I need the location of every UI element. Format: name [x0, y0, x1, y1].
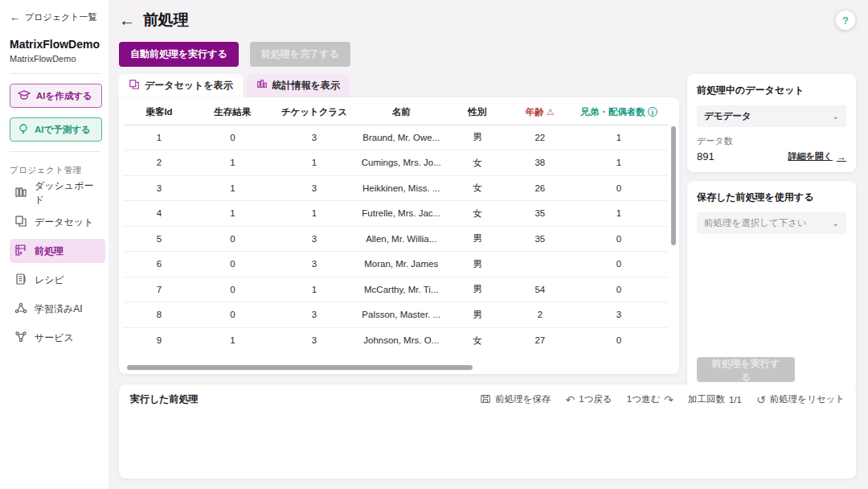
main-area: ← 前処理 ? 自動前処理を実行する 前処理を完了する データセットを表示 [108, 0, 868, 489]
sidebar-section-label: プロジェクト管理 [10, 165, 102, 176]
tab-show-stats[interactable]: 統計情報を表示 [247, 74, 350, 97]
table-cell: 女 [444, 201, 510, 227]
table-row: 103Braund, Mr. Owe...男221 [124, 125, 668, 150]
redo-button[interactable]: 1つ進む ↷ [627, 393, 674, 405]
table-cell: 0 [194, 226, 271, 252]
tab-label: 統計情報を表示 [272, 79, 340, 92]
create-ai-label: AIを作成する [36, 90, 92, 102]
service-icon [14, 331, 27, 346]
table-cell: 1 [194, 327, 271, 353]
current-dataset-title: 前処理中のデータセット [697, 84, 846, 97]
col-siblings-spouses: 兄弟・配偶者数i [570, 101, 668, 125]
table-cell: 4 [124, 201, 194, 227]
tab-label: データセットを表示 [145, 79, 233, 92]
table-cell: Moran, Mr. James [358, 252, 444, 277]
project-list-back-link[interactable]: ← プロジェクト一覧 [10, 11, 102, 23]
process-count: 加工回数 1/1 [688, 393, 742, 405]
table-cell: 0 [194, 125, 271, 150]
divider [10, 151, 100, 152]
sidebar-item-label: レシピ [35, 273, 64, 287]
table-cell: 1 [271, 201, 358, 227]
col-name: 名前 [358, 101, 444, 125]
process-count-value: 1/1 [729, 395, 742, 405]
table-cell: 3 [271, 252, 358, 277]
table-cell: 0 [194, 252, 271, 277]
data-count-label: データ数 [697, 135, 846, 147]
table-cell: 35 [510, 201, 570, 227]
table-cell: 3 [124, 175, 194, 201]
sidebar-item-trained-ai[interactable]: 学習済みAI [10, 297, 105, 321]
table-cell: 9 [124, 327, 194, 353]
predict-ai-button[interactable]: AIで予測する [10, 117, 102, 142]
table-cell: 3 [271, 175, 358, 201]
table-cell: 3 [271, 226, 358, 252]
table-cell: 男 [444, 277, 510, 302]
divider [10, 73, 100, 74]
table-cell: 2 [510, 302, 570, 328]
table-cell: 22 [510, 125, 570, 150]
table-row: 211Cumings, Mrs. Jo...女381 [124, 150, 668, 176]
table-cell: 5 [124, 226, 194, 252]
table-cell: 1 [124, 125, 194, 150]
table-cell: 1 [194, 150, 271, 176]
table-cell: 1 [570, 125, 668, 150]
col-survived: 生存結果 [194, 101, 271, 125]
undo-button[interactable]: ↶ 1つ戻る [566, 393, 612, 405]
saved-preprocess-select[interactable]: 前処理を選択して下さい ⌄ [697, 212, 846, 234]
warning-triangle-icon[interactable]: ⚠ [547, 107, 555, 117]
sidebar-item-dataset[interactable]: データセット [10, 210, 105, 234]
tab-show-dataset[interactable]: データセットを表示 [119, 74, 243, 97]
run-preprocess-button[interactable]: 前処理を実行する [697, 357, 795, 382]
table-cell: 35 [510, 226, 570, 252]
page-title: 前処理 [143, 10, 189, 31]
create-ai-button[interactable]: AIを作成する [10, 84, 102, 108]
table-cell: 男 [444, 252, 510, 277]
data-count-value: 891 [697, 150, 714, 162]
table-cell: 6 [124, 252, 194, 277]
horizontal-scrollbar[interactable] [127, 365, 473, 370]
reset-preprocess-button[interactable]: ↺ 前処理をリセット [756, 393, 845, 405]
arrow-right-icon: → [837, 151, 846, 162]
table-row: 803Palsson, Master. ...男23 [124, 302, 668, 328]
project-subtitle: MatrixFlowDemo [10, 54, 102, 64]
chevron-down-icon: ⌄ [833, 219, 839, 228]
table-cell: 男 [444, 302, 510, 328]
current-dataset-card: 前処理中のデータセット デモデータ ⌄ データ数 891 詳細を開く → [687, 74, 856, 172]
table-cell: 1 [570, 201, 668, 227]
table-cell: Johnson, Mrs. O... [358, 327, 444, 353]
table-row: 503Allen, Mr. Willia...男350 [124, 226, 668, 252]
page-back-arrow[interactable]: ← [119, 12, 135, 28]
table-row: 701McCarthy, Mr. Ti...男540 [124, 277, 668, 302]
save-preprocess-button[interactable]: 前処理を保存 [480, 393, 551, 406]
table-cell: 7 [124, 277, 194, 302]
auto-preprocess-button[interactable]: 自動前処理を実行する [119, 42, 239, 67]
saved-preprocess-placeholder: 前処理を選択して下さい [704, 217, 807, 229]
dataset-select[interactable]: デモデータ ⌄ [697, 105, 846, 127]
project-info: MatrixFlowDemo MatrixFlowDemo [10, 38, 102, 64]
table-cell: 1 [271, 277, 358, 302]
col-ticket-class: チケットクラス [271, 101, 358, 125]
table-row: 913Johnson, Mrs. O...女270 [124, 327, 668, 353]
sidebar-item-preprocess[interactable]: 前処理 [10, 239, 105, 263]
table-cell: 女 [444, 150, 510, 176]
sidebar: ← プロジェクト一覧 MatrixFlowDemo MatrixFlowDemo… [0, 0, 108, 489]
table-cell: 27 [510, 327, 570, 353]
saved-preprocess-card: 保存した前処理を使用する 前処理を選択して下さい ⌄ 前処理を実行する [687, 181, 856, 392]
table-cell: Cumings, Mrs. Jo... [358, 150, 444, 176]
saved-preprocess-title: 保存した前処理を使用する [697, 191, 846, 204]
graduation-cap-icon [18, 89, 31, 102]
sidebar-item-recipe[interactable]: レシピ [10, 268, 105, 292]
open-details-link[interactable]: 詳細を開く → [788, 150, 846, 162]
info-circle-icon[interactable]: i [648, 107, 657, 117]
table-cell: 0 [570, 175, 668, 201]
project-list-label: プロジェクト一覧 [25, 11, 97, 23]
complete-preprocess-button[interactable]: 前処理を完了する [250, 42, 350, 67]
back-arrow-icon: ← [10, 11, 20, 23]
help-icon[interactable]: ? [835, 10, 856, 31]
vertical-scrollbar[interactable] [671, 126, 676, 245]
sidebar-item-dashboard[interactable]: ダッシュボード [10, 181, 105, 205]
table-cell: 0 [194, 302, 271, 328]
recipe-icon [14, 273, 27, 288]
sidebar-item-service[interactable]: サービス [10, 326, 105, 350]
table-cell: 0 [570, 226, 668, 252]
